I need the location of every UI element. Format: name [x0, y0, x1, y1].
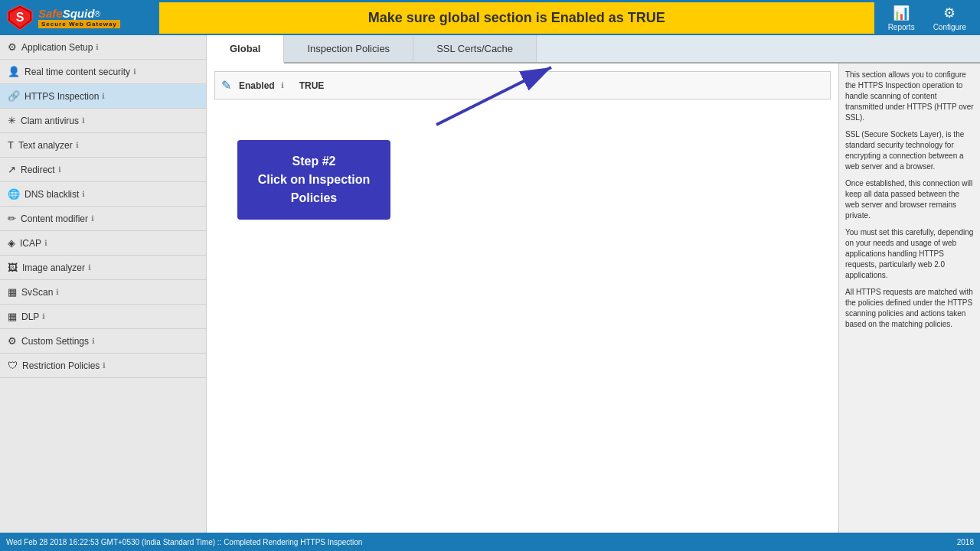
callout-arrow-svg — [283, 64, 574, 140]
sidebar-info-application-setup: ℹ — [96, 43, 99, 51]
sidebar-info-clam-antivirus: ℹ — [82, 116, 85, 125]
sidebar-label-content-modifier: Content modifier — [21, 214, 88, 224]
svg-line-4 — [436, 67, 551, 125]
sidebar-item-real-time-content-security[interactable]: 👤 Real time content security ℹ — [0, 60, 206, 84]
configure-icon: ⚙ — [943, 5, 956, 21]
sidebar-item-content-modifier[interactable]: ✏ Content modifier ℹ — [0, 207, 206, 231]
content-area: GlobalInspection PoliciesSSL Certs/Cache… — [207, 35, 980, 533]
sidebar-item-redirect[interactable]: ↗ Redirect ℹ — [0, 158, 206, 182]
sidebar-item-text-analyzer[interactable]: T Text analyzer ℹ — [0, 133, 206, 158]
description-paragraph-2: Once established, this connection will k… — [845, 178, 974, 221]
sidebar-label-text-analyzer: Text analyzer — [18, 140, 73, 151]
sidebar-icon-clam-antivirus: ✳ — [8, 115, 16, 126]
sidebar-icon-text-analyzer: T — [8, 139, 14, 151]
sidebar-icon-real-time-content-security: 👤 — [8, 66, 20, 77]
description-paragraph-4: All HTTPS requests are matched with the … — [845, 287, 974, 330]
configure-button[interactable]: ⚙ Configure — [926, 2, 974, 34]
sidebar-info-https-inspection: ℹ — [102, 92, 105, 100]
sidebar-icon-redirect: ↗ — [8, 164, 16, 175]
logo-icon: S — [6, 4, 34, 31]
banner-message: Make sure global section is Enabled as T… — [159, 2, 874, 34]
sidebar-info-icap: ℹ — [44, 239, 47, 247]
statusbar-left: Wed Feb 28 2018 16:22:53 GMT+0530 (India… — [6, 538, 362, 546]
sidebar-info-custom-settings: ℹ — [92, 337, 95, 345]
statusbar-right: 2018 — [957, 538, 974, 546]
logo-area: S Safe Squid ® Secure Web Gateway — [0, 1, 153, 34]
sidebar-label-custom-settings: Custom Settings — [21, 336, 89, 347]
tabs-bar: GlobalInspection PoliciesSSL Certs/Cache — [207, 35, 980, 64]
callout-line1: Click on Inspection — [253, 171, 375, 189]
sidebar-info-content-modifier: ℹ — [91, 214, 94, 223]
sidebar-item-svscan[interactable]: ▦ SvScan ℹ — [0, 280, 206, 305]
sidebar-item-image-analyzer[interactable]: 🖼 Image analyzer ℹ — [0, 256, 206, 280]
description-paragraph-0: This section allows you to configure the… — [845, 70, 974, 123]
sidebar-icon-restriction-policies: 🛡 — [8, 360, 18, 371]
sidebar-label-restriction-policies: Restriction Policies — [22, 360, 100, 371]
reports-button[interactable]: 📊 Reports — [880, 2, 923, 34]
sidebar-item-dns-blacklist[interactable]: 🌐 DNS blacklist ℹ — [0, 182, 206, 207]
sidebar-info-text-analyzer: ℹ — [76, 141, 79, 149]
svg-text:S: S — [16, 11, 24, 24]
header: S Safe Squid ® Secure Web Gateway Make s… — [0, 0, 980, 35]
callout-line2: Policies — [253, 189, 375, 207]
tab-content: ✎ Enabled ℹ TRUE — [207, 64, 980, 533]
sidebar-icon-image-analyzer: 🖼 — [8, 262, 18, 273]
sidebar: ⚙ Application Setup ℹ 👤 Real time conten… — [0, 35, 207, 533]
main-panel: ✎ Enabled ℹ TRUE — [207, 64, 838, 533]
sidebar-icon-icap: ◈ — [8, 237, 15, 249]
sidebar-label-image-analyzer: Image analyzer — [22, 262, 85, 273]
callout-container: Step #2 Click on Inspection Policies — [237, 71, 390, 151]
sidebar-label-dns-blacklist: DNS blacklist — [24, 189, 79, 200]
reports-label: Reports — [888, 23, 915, 31]
sidebar-item-https-inspection[interactable]: 🔗 HTTPS Inspection ℹ — [0, 84, 206, 109]
sidebar-info-svscan: ℹ — [56, 288, 59, 296]
sidebar-icon-https-inspection: 🔗 — [8, 90, 20, 102]
sidebar-info-image-analyzer: ℹ — [88, 263, 91, 272]
sidebar-item-application-setup[interactable]: ⚙ Application Setup ℹ — [0, 35, 206, 60]
sidebar-label-https-inspection: HTTPS Inspection — [24, 91, 99, 102]
sidebar-item-icap[interactable]: ◈ ICAP ℹ — [0, 231, 206, 256]
statusbar: Wed Feb 28 2018 16:22:53 GMT+0530 (India… — [0, 533, 980, 551]
sidebar-icon-content-modifier: ✏ — [8, 213, 16, 224]
reports-icon: 📊 — [893, 5, 910, 21]
callout-box: Step #2 Click on Inspection Policies — [237, 140, 390, 220]
tab-ssl-certs-cache[interactable]: SSL Certs/Cache — [413, 35, 537, 62]
header-actions: 📊 Reports ⚙ Configure — [880, 2, 980, 34]
edit-icon[interactable]: ✎ — [221, 78, 231, 93]
logo-text: Safe Squid ® Secure Web Gateway — [38, 7, 120, 28]
sidebar-icon-dlp: ▦ — [8, 311, 17, 322]
sidebar-icon-application-setup: ⚙ — [8, 41, 17, 53]
description-paragraph-3: You must set this carefully, depending o… — [845, 227, 974, 281]
sidebar-label-clam-antivirus: Clam antivirus — [21, 116, 79, 126]
sidebar-info-redirect: ℹ — [58, 165, 61, 174]
sidebar-label-redirect: Redirect — [21, 165, 55, 175]
sidebar-label-application-setup: Application Setup — [21, 42, 93, 53]
sidebar-item-custom-settings[interactable]: ⚙ Custom Settings ℹ — [0, 329, 206, 354]
sidebar-label-dlp: DLP — [21, 311, 39, 322]
sidebar-item-dlp[interactable]: ▦ DLP ℹ — [0, 305, 206, 329]
sidebar-icon-custom-settings: ⚙ — [8, 335, 17, 347]
sidebar-item-clam-antivirus[interactable]: ✳ Clam antivirus ℹ — [0, 109, 206, 133]
right-description-panel: This section allows you to configure the… — [838, 64, 980, 533]
sidebar-label-icap: ICAP — [20, 238, 41, 249]
sidebar-info-dlp: ℹ — [42, 312, 45, 321]
sidebar-label-real-time-content-security: Real time content security — [24, 67, 130, 77]
sidebar-item-restriction-policies[interactable]: 🛡 Restriction Policies ℹ — [0, 354, 206, 378]
sidebar-icon-svscan: ▦ — [8, 286, 17, 298]
main-layout: ⚙ Application Setup ℹ 👤 Real time conten… — [0, 35, 980, 533]
sidebar-info-restriction-policies: ℹ — [103, 361, 106, 370]
sidebar-info-real-time-content-security: ℹ — [133, 67, 136, 76]
logo-subtitle: Secure Web Gateway — [38, 20, 120, 28]
tab-global[interactable]: Global — [207, 35, 284, 64]
sidebar-info-dns-blacklist: ℹ — [82, 190, 85, 198]
description-paragraph-1: SSL (Secure Sockets Layer), is the stand… — [845, 129, 974, 172]
sidebar-icon-dns-blacklist: 🌐 — [8, 188, 20, 200]
configure-label: Configure — [933, 23, 966, 31]
tab-inspection-policies[interactable]: Inspection Policies — [284, 35, 413, 62]
callout-step: Step #2 — [253, 152, 375, 171]
sidebar-label-svscan: SvScan — [21, 287, 53, 298]
